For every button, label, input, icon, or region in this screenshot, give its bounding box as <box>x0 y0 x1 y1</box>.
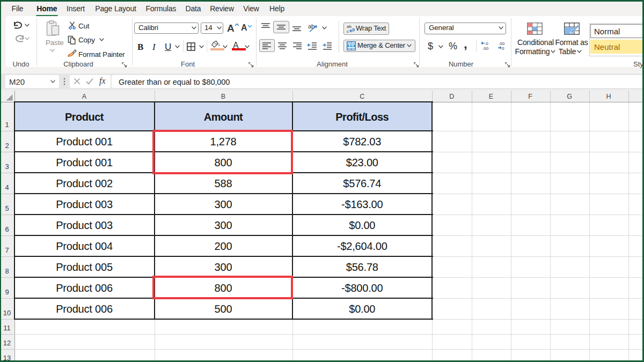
svg-text:.00: .00 <box>482 46 489 51</box>
svg-text:c: c <box>347 29 349 34</box>
svg-text:ab: ab <box>347 24 352 29</box>
